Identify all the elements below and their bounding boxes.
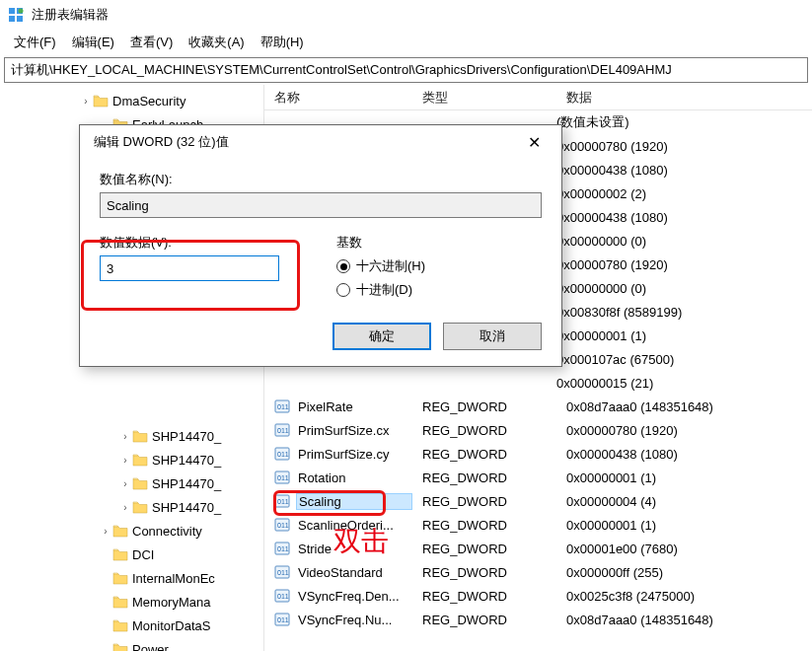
tree-item-label: SHP14470_ — [152, 453, 221, 468]
column-type[interactable]: 类型 — [412, 89, 556, 107]
menu-file[interactable]: 文件(F) — [8, 32, 62, 53]
tree-item[interactable]: ›DmaSecurity — [0, 89, 263, 112]
cell-data: 0x00000438 (1080) — [556, 447, 812, 462]
list-row[interactable]: 0x00000015 (21) — [264, 371, 812, 395]
tree-item-label: DCI — [132, 547, 154, 562]
cell-data: (数值未设置) — [556, 113, 629, 131]
cell-type: REG_DWORD — [412, 613, 556, 627]
cell-name: Scaling — [296, 493, 412, 510]
tree-item[interactable]: ›SHP14470_ — [0, 495, 263, 519]
menu-view[interactable]: 查看(V) — [124, 32, 179, 53]
list-row[interactable]: 011StrideREG_DWORD0x00001e00 (7680) — [264, 537, 812, 560]
value-data-label: 数值数据(V): — [100, 234, 307, 252]
svg-text:011: 011 — [277, 498, 289, 505]
svg-text:011: 011 — [277, 545, 289, 552]
chevron-icon: › — [118, 502, 132, 513]
tree-item[interactable]: DCI — [0, 542, 263, 566]
edit-dword-dialog: 编辑 DWORD (32 位)值 ✕ 数值名称(N): Scaling 数值数据… — [79, 124, 562, 367]
window-title: 注册表编辑器 — [32, 6, 109, 24]
svg-point-4 — [19, 9, 24, 14]
chevron-icon: › — [99, 526, 112, 537]
cell-type: REG_DWORD — [412, 470, 556, 485]
list-row[interactable]: 011VideoStandardREG_DWORD0x000000ff (255… — [264, 560, 812, 584]
svg-text:011: 011 — [277, 616, 289, 623]
list-row[interactable]: 011RotationREG_DWORD0x00000001 (1) — [264, 466, 812, 489]
cell-name: Stride — [296, 542, 412, 556]
svg-rect-3 — [17, 16, 23, 22]
radix-dec-radio[interactable]: 十进制(D) — [336, 281, 542, 299]
cell-data: 0x08d7aaa0 (148351648) — [556, 613, 812, 627]
cell-data: 0x00000001 (1) — [556, 518, 812, 533]
cell-data: 0x000000ff (255) — [556, 565, 812, 580]
tree-item-label: SHP14470_ — [152, 476, 221, 491]
regedit-icon — [8, 7, 24, 23]
svg-text:011: 011 — [277, 593, 289, 600]
list-row[interactable]: 011VSyncFreq.Nu...REG_DWORD0x08d7aaa0 (1… — [264, 608, 812, 631]
cell-name: Rotation — [296, 470, 412, 485]
tree-item[interactable]: ›SHP14470_ — [0, 471, 263, 495]
menu-edit[interactable]: 编辑(E) — [66, 32, 120, 53]
radix-dec-label: 十进制(D) — [356, 281, 412, 299]
tree-item-label: MemoryMana — [132, 595, 210, 610]
list-row[interactable]: 011PrimSurfSize.cxREG_DWORD0x00000780 (1… — [264, 418, 812, 442]
tree-item[interactable]: ›SHP14470_ — [0, 448, 263, 471]
ok-button[interactable]: 确定 — [332, 323, 431, 350]
cell-type: REG_DWORD — [412, 399, 556, 414]
value-name-label: 数值名称(N): — [100, 171, 542, 188]
tree-item-label: Power — [132, 642, 169, 652]
cell-name: VSyncFreq.Den... — [296, 589, 412, 604]
base-label: 基数 — [336, 234, 542, 252]
list-header: 名称 类型 数据 — [264, 85, 812, 110]
svg-rect-2 — [9, 16, 15, 22]
cell-data: 0x08d7aaa0 (148351648) — [556, 399, 812, 414]
cell-type: REG_DWORD — [412, 518, 556, 533]
cell-data: 0x00000438 (1080) — [556, 210, 668, 225]
cell-data: 0x00000015 (21) — [556, 376, 653, 391]
cancel-button[interactable]: 取消 — [443, 323, 542, 350]
cell-data: 0x0025c3f8 (2475000) — [556, 589, 812, 604]
tree-item-label: SHP14470_ — [152, 429, 221, 444]
list-row[interactable]: 011PrimSurfSize.cyREG_DWORD0x00000438 (1… — [264, 442, 812, 466]
cell-name: VideoStandard — [296, 565, 412, 580]
dialog-titlebar[interactable]: 编辑 DWORD (32 位)值 ✕ — [80, 125, 561, 159]
tree-item[interactable]: InternalMonEc — [0, 566, 263, 590]
tree-item-label: SHP14470_ — [152, 500, 221, 515]
cell-name: PixelRate — [296, 399, 412, 414]
list-row[interactable]: 011PixelRateREG_DWORD0x08d7aaa0 (1483516… — [264, 395, 812, 418]
tree-item-label: DmaSecurity — [112, 94, 185, 108]
column-data[interactable]: 数据 — [556, 89, 812, 107]
value-data-input[interactable] — [100, 255, 279, 281]
tree-item[interactable]: Power — [0, 637, 263, 651]
chevron-icon: › — [118, 478, 132, 489]
tree-item[interactable]: ›Connectivity — [0, 519, 263, 542]
chevron-icon: › — [79, 96, 93, 107]
cell-type: REG_DWORD — [412, 423, 556, 438]
tree-item[interactable]: ›SHP14470_ — [0, 424, 263, 448]
menu-help[interactable]: 帮助(H) — [255, 32, 310, 53]
svg-text:011: 011 — [277, 427, 289, 434]
cell-type: REG_DWORD — [412, 565, 556, 580]
tree-item-label: MonitorDataS — [132, 618, 210, 633]
address-bar[interactable]: 计算机\HKEY_LOCAL_MACHINE\SYSTEM\CurrentCon… — [4, 57, 808, 83]
cell-data: 0x00000002 (2) — [556, 186, 646, 201]
tree-item[interactable]: MonitorDataS — [0, 614, 263, 637]
list-row[interactable]: 011ScanlineOrderi...REG_DWORD0x00000001 … — [264, 513, 812, 537]
cell-data: 0x00000001 (1) — [556, 328, 646, 343]
cell-name: VSyncFreq.Nu... — [296, 613, 412, 627]
column-name[interactable]: 名称 — [264, 89, 412, 107]
svg-text:011: 011 — [277, 569, 289, 576]
cell-data: 0x000107ac (67500) — [556, 352, 674, 367]
svg-text:011: 011 — [277, 522, 289, 529]
close-icon[interactable]: ✕ — [514, 133, 554, 152]
cell-type: REG_DWORD — [412, 589, 556, 604]
svg-text:011: 011 — [277, 451, 289, 458]
list-row[interactable]: 011ScalingREG_DWORD0x00000004 (4) — [264, 489, 812, 513]
cell-name: PrimSurfSize.cx — [296, 423, 412, 438]
radix-hex-radio[interactable]: 十六进制(H) — [336, 257, 542, 275]
cell-data: 0x00000780 (1920) — [556, 139, 668, 154]
tree-item[interactable]: MemoryMana — [0, 590, 263, 614]
list-row[interactable]: 011VSyncFreq.Den...REG_DWORD0x0025c3f8 (… — [264, 584, 812, 608]
svg-text:011: 011 — [277, 403, 289, 410]
menu-favorites[interactable]: 收藏夹(A) — [183, 32, 250, 53]
menubar: 文件(F) 编辑(E) 查看(V) 收藏夹(A) 帮助(H) — [0, 30, 812, 55]
